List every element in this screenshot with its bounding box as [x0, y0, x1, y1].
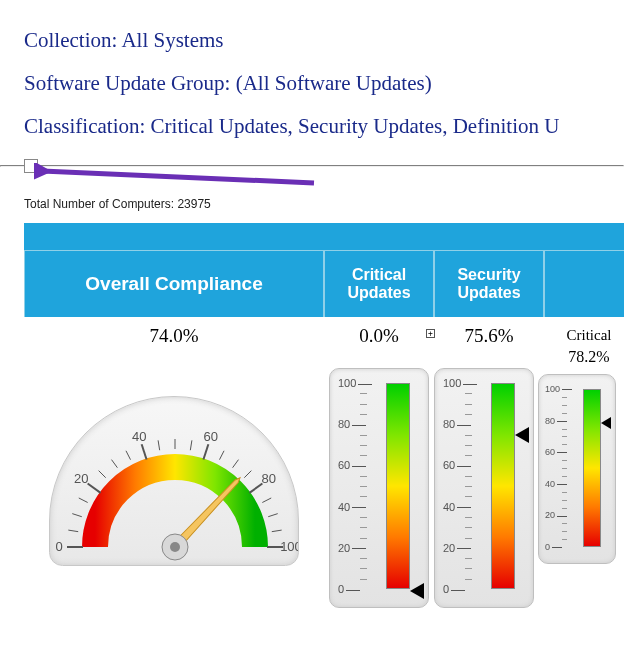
security-value: + 75.6%: [434, 317, 544, 366]
svg-line-4: [79, 498, 88, 503]
col-extra: [544, 251, 624, 317]
col-security[interactable]: Security Updates: [434, 251, 544, 317]
annotation-arrow-icon: [34, 163, 334, 191]
svg-text:80: 80: [262, 471, 276, 486]
svg-text:60: 60: [204, 429, 218, 444]
collection-line: Collection: All Systems: [24, 28, 600, 53]
svg-text:40: 40: [132, 429, 146, 444]
overall-value: 74.0%: [24, 317, 324, 366]
total-label: Total Number of Computers:: [24, 197, 177, 211]
svg-line-12: [190, 440, 192, 450]
col-critical[interactable]: Critical Updates: [324, 251, 434, 317]
classification-line: Classification: Critical Updates, Securi…: [24, 114, 600, 139]
svg-line-18: [262, 498, 271, 503]
extra-label: Critical: [544, 327, 624, 344]
svg-line-7: [112, 460, 118, 468]
svg-line-20: [272, 530, 282, 532]
svg-line-10: [158, 440, 160, 450]
svg-line-19: [268, 514, 278, 517]
value-row: 74.0% 0.0% + 75.6% Critical 78.2%: [24, 317, 624, 366]
security-gauge: 100806040200: [434, 368, 534, 608]
svg-line-5: [88, 484, 101, 493]
svg-point-30: [170, 542, 180, 552]
total-computers: Total Number of Computers: 23975: [0, 193, 624, 217]
svg-line-15: [233, 460, 239, 468]
extra-value: 78.2%: [544, 344, 624, 366]
svg-text:0: 0: [55, 539, 62, 554]
total-count: 23975: [177, 197, 210, 211]
svg-line-17: [249, 484, 262, 493]
svg-line-2: [68, 530, 78, 532]
compliance-table: Overall Compliance Critical Updates Secu…: [24, 223, 624, 608]
update-group-line: Software Update Group: (All Software Upd…: [24, 71, 600, 96]
overall-gauge: 020406080100: [49, 396, 299, 566]
gauges-row: 020406080100 100806040200: [24, 368, 624, 608]
svg-text:20: 20: [74, 471, 88, 486]
svg-line-14: [219, 451, 224, 460]
critical-gauge: 100806040200: [329, 368, 429, 608]
extra-gauge: 100806040200: [538, 374, 616, 564]
svg-line-8: [126, 451, 131, 460]
svg-line-6: [99, 471, 106, 478]
svg-text:100: 100: [280, 539, 299, 554]
table-header-row: Overall Compliance Critical Updates Secu…: [24, 251, 624, 317]
svg-line-9: [142, 444, 147, 459]
expand-icon[interactable]: +: [426, 329, 435, 338]
col-overall[interactable]: Overall Compliance: [24, 251, 324, 317]
svg-line-13: [203, 444, 208, 459]
critical-value: 0.0%: [324, 317, 434, 366]
report-header: Collection: All Systems Software Update …: [0, 0, 624, 165]
extra-col: Critical 78.2%: [544, 317, 624, 366]
svg-line-3: [72, 514, 82, 517]
svg-line-0: [42, 171, 314, 183]
svg-line-16: [244, 471, 251, 478]
